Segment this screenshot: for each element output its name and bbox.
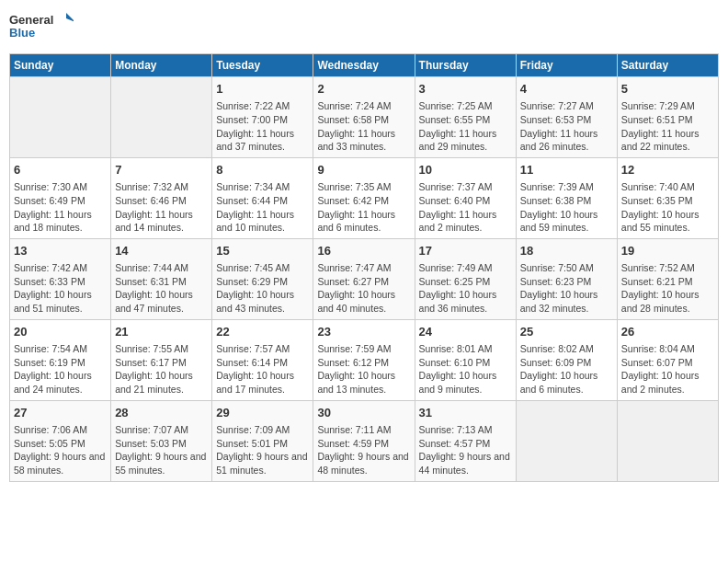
logo-svg: General Blue: [9, 9, 74, 46]
calendar-cell: [617, 400, 718, 481]
calendar-cell: 25Sunrise: 8:02 AMSunset: 6:09 PMDayligh…: [516, 319, 617, 400]
calendar-cell: [111, 77, 212, 158]
day-number: 1: [216, 81, 309, 98]
day-number: 27: [14, 405, 107, 421]
cell-info: Sunrise: 7:47 AMSunset: 6:27 PMDaylight:…: [317, 261, 410, 316]
calendar-cell: 6Sunrise: 7:30 AMSunset: 6:49 PMDaylight…: [10, 157, 111, 238]
calendar-cell: 8Sunrise: 7:34 AMSunset: 6:44 PMDaylight…: [212, 157, 313, 238]
calendar-cell: [516, 400, 617, 481]
calendar-cell: 10Sunrise: 7:37 AMSunset: 6:40 PMDayligh…: [415, 157, 516, 238]
day-number: 17: [419, 243, 512, 259]
day-number: 23: [317, 324, 410, 340]
weekday-header: Thursday: [415, 54, 516, 77]
weekday-header: Sunday: [10, 54, 111, 77]
day-number: 11: [520, 162, 613, 178]
cell-info: Sunrise: 7:50 AMSunset: 6:23 PMDaylight:…: [520, 261, 613, 316]
calendar-cell: 15Sunrise: 7:45 AMSunset: 6:29 PMDayligh…: [212, 238, 313, 319]
day-number: 31: [419, 405, 512, 421]
weekday-header-row: SundayMondayTuesdayWednesdayThursdayFrid…: [10, 54, 719, 77]
calendar-cell: 14Sunrise: 7:44 AMSunset: 6:31 PMDayligh…: [111, 238, 212, 319]
cell-info: Sunrise: 7:09 AMSunset: 5:01 PMDaylight:…: [216, 423, 309, 477]
calendar-cell: 11Sunrise: 7:39 AMSunset: 6:38 PMDayligh…: [516, 157, 617, 238]
calendar-cell: 12Sunrise: 7:40 AMSunset: 6:35 PMDayligh…: [617, 157, 718, 238]
day-number: 19: [621, 243, 714, 259]
day-number: 12: [621, 162, 714, 178]
svg-marker-2: [66, 13, 74, 22]
cell-info: Sunrise: 7:07 AMSunset: 5:03 PMDaylight:…: [115, 423, 208, 477]
calendar-week-row: 6Sunrise: 7:30 AMSunset: 6:49 PMDaylight…: [10, 157, 719, 238]
calendar-cell: 4Sunrise: 7:27 AMSunset: 6:53 PMDaylight…: [516, 77, 617, 158]
calendar-cell: 22Sunrise: 7:57 AMSunset: 6:14 PMDayligh…: [212, 319, 313, 400]
cell-info: Sunrise: 7:57 AMSunset: 6:14 PMDaylight:…: [216, 342, 309, 396]
day-number: 22: [216, 324, 309, 340]
weekday-header: Saturday: [617, 54, 718, 77]
day-number: 4: [520, 81, 613, 98]
calendar-cell: 16Sunrise: 7:47 AMSunset: 6:27 PMDayligh…: [313, 238, 415, 319]
cell-info: Sunrise: 7:25 AMSunset: 6:55 PMDaylight:…: [419, 99, 512, 154]
day-number: 28: [115, 405, 208, 421]
calendar-cell: 3Sunrise: 7:25 AMSunset: 6:55 PMDaylight…: [415, 77, 516, 158]
calendar-cell: 7Sunrise: 7:32 AMSunset: 6:46 PMDaylight…: [111, 157, 212, 238]
day-number: 29: [216, 405, 309, 421]
calendar-cell: 9Sunrise: 7:35 AMSunset: 6:42 PMDaylight…: [313, 157, 415, 238]
day-number: 21: [115, 324, 208, 340]
calendar-week-row: 13Sunrise: 7:42 AMSunset: 6:33 PMDayligh…: [10, 238, 719, 319]
calendar-cell: 1Sunrise: 7:22 AMSunset: 7:00 PMDaylight…: [212, 77, 313, 158]
day-number: 18: [520, 243, 613, 259]
cell-info: Sunrise: 8:02 AMSunset: 6:09 PMDaylight:…: [520, 342, 613, 396]
day-number: 16: [317, 243, 410, 259]
cell-info: Sunrise: 7:24 AMSunset: 6:58 PMDaylight:…: [317, 99, 410, 154]
day-number: 5: [621, 81, 714, 98]
calendar-cell: 21Sunrise: 7:55 AMSunset: 6:17 PMDayligh…: [111, 319, 212, 400]
day-number: 20: [14, 324, 107, 340]
cell-info: Sunrise: 7:59 AMSunset: 6:12 PMDaylight:…: [317, 342, 410, 396]
cell-info: Sunrise: 7:42 AMSunset: 6:33 PMDaylight:…: [14, 261, 107, 316]
cell-info: Sunrise: 7:22 AMSunset: 7:00 PMDaylight:…: [216, 99, 309, 154]
day-number: 15: [216, 243, 309, 259]
calendar-cell: 31Sunrise: 7:13 AMSunset: 4:57 PMDayligh…: [415, 400, 516, 481]
cell-info: Sunrise: 7:54 AMSunset: 6:19 PMDaylight:…: [14, 342, 107, 396]
calendar-cell: 28Sunrise: 7:07 AMSunset: 5:03 PMDayligh…: [111, 400, 212, 481]
calendar-cell: 2Sunrise: 7:24 AMSunset: 6:58 PMDaylight…: [313, 77, 415, 158]
day-number: 10: [419, 162, 512, 178]
cell-info: Sunrise: 7:39 AMSunset: 6:38 PMDaylight:…: [520, 180, 613, 235]
weekday-header: Monday: [111, 54, 212, 77]
calendar-week-row: 20Sunrise: 7:54 AMSunset: 6:19 PMDayligh…: [10, 319, 719, 400]
cell-info: Sunrise: 7:35 AMSunset: 6:42 PMDaylight:…: [317, 180, 410, 235]
cell-info: Sunrise: 7:45 AMSunset: 6:29 PMDaylight:…: [216, 261, 309, 316]
calendar-table: SundayMondayTuesdayWednesdayThursdayFrid…: [9, 53, 719, 482]
calendar-cell: 23Sunrise: 7:59 AMSunset: 6:12 PMDayligh…: [313, 319, 415, 400]
cell-info: Sunrise: 7:27 AMSunset: 6:53 PMDaylight:…: [520, 99, 613, 154]
cell-info: Sunrise: 8:04 AMSunset: 6:07 PMDaylight:…: [621, 342, 714, 396]
weekday-header: Friday: [516, 54, 617, 77]
cell-info: Sunrise: 7:29 AMSunset: 6:51 PMDaylight:…: [621, 99, 714, 154]
cell-info: Sunrise: 8:01 AMSunset: 6:10 PMDaylight:…: [419, 342, 512, 396]
page-header: General Blue: [9, 9, 719, 46]
calendar-week-row: 1Sunrise: 7:22 AMSunset: 7:00 PMDaylight…: [10, 77, 719, 158]
day-number: 9: [317, 162, 410, 178]
day-number: 26: [621, 324, 714, 340]
calendar-cell: [10, 77, 111, 158]
cell-info: Sunrise: 7:52 AMSunset: 6:21 PMDaylight:…: [621, 261, 714, 316]
calendar-cell: 13Sunrise: 7:42 AMSunset: 6:33 PMDayligh…: [10, 238, 111, 319]
calendar-cell: 19Sunrise: 7:52 AMSunset: 6:21 PMDayligh…: [617, 238, 718, 319]
cell-info: Sunrise: 7:13 AMSunset: 4:57 PMDaylight:…: [419, 423, 512, 477]
cell-info: Sunrise: 7:37 AMSunset: 6:40 PMDaylight:…: [419, 180, 512, 235]
logo: General Blue: [9, 9, 74, 46]
day-number: 2: [317, 81, 410, 98]
svg-text:General: General: [9, 13, 53, 27]
day-number: 8: [216, 162, 309, 178]
calendar-cell: 18Sunrise: 7:50 AMSunset: 6:23 PMDayligh…: [516, 238, 617, 319]
cell-info: Sunrise: 7:06 AMSunset: 5:05 PMDaylight:…: [14, 423, 107, 477]
day-number: 14: [115, 243, 208, 259]
calendar-cell: 29Sunrise: 7:09 AMSunset: 5:01 PMDayligh…: [212, 400, 313, 481]
calendar-cell: 26Sunrise: 8:04 AMSunset: 6:07 PMDayligh…: [617, 319, 718, 400]
day-number: 24: [419, 324, 512, 340]
cell-info: Sunrise: 7:30 AMSunset: 6:49 PMDaylight:…: [14, 180, 107, 235]
calendar-cell: 5Sunrise: 7:29 AMSunset: 6:51 PMDaylight…: [617, 77, 718, 158]
cell-info: Sunrise: 7:34 AMSunset: 6:44 PMDaylight:…: [216, 180, 309, 235]
svg-text:Blue: Blue: [9, 26, 35, 40]
cell-info: Sunrise: 7:55 AMSunset: 6:17 PMDaylight:…: [115, 342, 208, 396]
cell-info: Sunrise: 7:32 AMSunset: 6:46 PMDaylight:…: [115, 180, 208, 235]
day-number: 6: [14, 162, 107, 178]
